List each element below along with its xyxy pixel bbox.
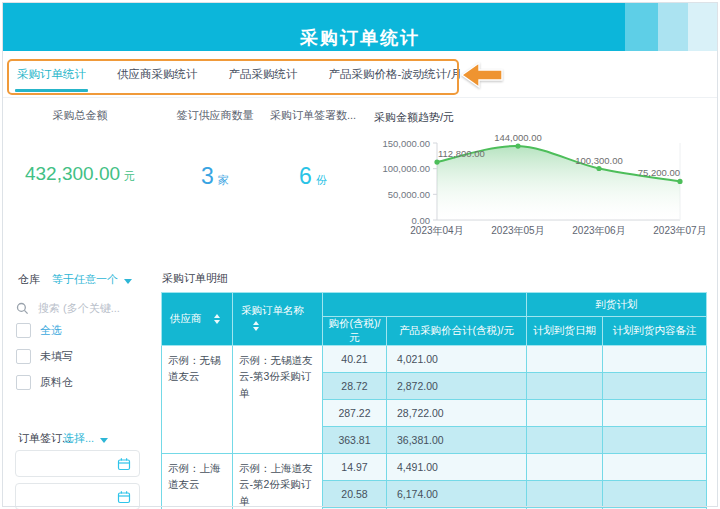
planned-note-cell [603,400,707,427]
table-title: 采购订单明细 [162,271,228,286]
col-header-planned-date[interactable]: 计划到货日期 [527,317,603,346]
price-cell: 363.81 [323,427,387,454]
price-cell: 14.97 [323,454,387,481]
table-row[interactable]: 示例：无锡道友云示例：无锡道友云-第3份采购订单40.214,021.00 [162,346,707,373]
checkbox-icon[interactable] [16,349,31,364]
sort-icon[interactable] [214,311,220,327]
purchase-order-dashboard: 采购订单统计 采购订单统计 供应商采购统计 产品采购统计 产品采购价格-波动统计… [0,0,720,509]
y-tick-label: 100,000.00 [382,163,430,174]
col-group-price [323,293,527,317]
x-tick-label: 2023年04月 [410,225,463,236]
planned-note-cell [603,346,707,373]
tab-product-purchase-stats[interactable]: 产品采购统计 [227,53,300,96]
order-date-operator-dropdown[interactable]: 选择... [63,431,108,446]
calendar-icon [117,490,131,504]
chevron-down-icon [124,279,132,288]
planned-date-cell [527,427,603,454]
chevron-down-icon [100,438,108,447]
checkbox-icon[interactable] [16,323,31,338]
order-name-cell: 示例：无锡道友云-第3份采购订单 [233,346,323,454]
annotation-arrow-icon [459,60,505,90]
planned-date-cell [527,400,603,427]
date-input-end[interactable] [15,483,140,509]
data-point-label: 144,000.00 [494,132,542,143]
tab-purchase-order-stats[interactable]: 采购订单统计 [15,53,88,96]
x-tick-label: 2023年07月 [653,225,706,236]
planned-date-cell [527,373,603,400]
total-price-cell: 4,491.00 [387,454,527,481]
date-input-start[interactable] [15,450,140,477]
total-price-cell: 6,174.00 [387,481,527,508]
total-price-cell: 4,021.00 [387,346,527,373]
tab-bar: 采购订单统计 供应商采购统计 产品采购统计 产品采购价格-波动统计/月 [2,51,718,98]
price-cell: 20.58 [323,481,387,508]
x-tick-label: 2023年05月 [491,225,544,236]
planned-date-cell [527,454,603,481]
total-price-cell: 36,381.00 [387,427,527,454]
order-name-cell: 示例：上海道友云-第2份采购订单 [233,454,323,509]
tab-supplier-purchase-stats[interactable]: 供应商采购统计 [115,53,200,96]
data-point-label: 100,300.00 [575,155,623,166]
col-header-price[interactable]: 购价(含税)/元 [323,317,387,346]
data-point-label: 112,800.00 [438,148,485,159]
checkbox-select-all[interactable]: 全选 [16,323,62,338]
price-cell: 287.22 [323,400,387,427]
table-header: 供应商 采购订单名称 到货计划 购价(含税)/元 产品采购价合计(含税)/元 计… [162,293,707,346]
kpi-label: 签订供应商数量 [163,108,267,123]
tab-product-price-fluctuation[interactable]: 产品采购价格-波动统计/月 [327,53,465,96]
planned-note-cell [603,454,707,481]
y-tick-label: 50,000.00 [388,189,430,200]
planned-date-cell [527,481,603,508]
price-cell: 28.72 [323,373,387,400]
total-price-cell: 28,722.00 [387,400,527,427]
data-point [515,143,520,148]
planned-note-cell [603,427,707,454]
col-header-planned-note[interactable]: 计划到货内容备注 [603,317,707,346]
kpi-value: 6份 [267,163,359,190]
search-icon [16,302,29,315]
purchase-order-table: 供应商 采购订单名称 到货计划 购价(含税)/元 产品采购价合计(含税)/元 计… [161,292,707,509]
col-header-supplier[interactable]: 供应商 [162,293,233,346]
y-tick-label: 0.00 [412,215,431,226]
x-tick-label: 2023年06月 [572,225,625,236]
kpi-supplier-count: 签订供应商数量 3家 [163,108,267,190]
data-point [677,179,682,184]
col-header-order-name[interactable]: 采购订单名称 [233,293,323,346]
price-cell: 40.21 [323,346,387,373]
y-tick-label: 150,000.00 [382,138,430,149]
warehouse-filter-label: 仓库 [18,272,40,287]
table-row[interactable]: 示例：上海道友云示例：上海道友云-第2份采购订单14.974,491.00 [162,454,707,481]
data-point [434,159,439,164]
search-input[interactable] [36,301,140,315]
kpi-total-purchase-amount: 采购总金额 432,300.00元 [15,108,145,185]
checkbox-icon[interactable] [16,375,31,390]
sort-icon[interactable] [253,318,259,334]
calendar-icon [117,457,131,471]
planned-note-cell [603,481,707,508]
total-price-cell: 2,872.00 [387,373,527,400]
planned-note-cell [603,373,707,400]
warehouse-search [16,297,141,319]
trend-chart: 150,000.00100,000.0050,000.000.002023年04… [362,126,710,244]
planned-date-cell [527,346,603,373]
supplier-cell: 示例：无锡道友云 [162,346,233,454]
kpi-value: 432,300.00元 [15,163,145,185]
col-group-arrival-plan: 到货计划 [527,293,707,317]
checkbox-raw-material-warehouse[interactable]: 原料仓 [16,375,73,390]
order-table-body: 示例：无锡道友云示例：无锡道友云-第3份采购订单40.214,021.0028.… [162,346,707,509]
chart-title: 采购金额趋势/元 [374,110,710,125]
tabs: 采购订单统计 供应商采购统计 产品采购统计 产品采购价格-波动统计/月 [15,51,464,97]
kpi-label: 采购总金额 [15,108,145,123]
col-header-total-price[interactable]: 产品采购价合计(含税)/元 [387,317,527,346]
kpi-label: 采购订单签署数... [267,108,359,123]
supplier-cell: 示例：上海道友云 [162,454,233,509]
header-bar: 采购订单统计 [2,2,718,51]
checkbox-not-filled[interactable]: 未填写 [16,349,73,364]
kpi-value: 3家 [163,163,267,190]
data-point [596,166,601,171]
data-point-label: 75,200.00 [638,167,680,178]
warehouse-operator-dropdown[interactable]: 等于任意一个 [52,272,132,287]
purchase-trend-chart-block: 采购金额趋势/元 150,000.00100,000.0050,000.000.… [362,108,710,248]
kpi-order-signed-count: 采购订单签署数... 6份 [267,108,359,190]
